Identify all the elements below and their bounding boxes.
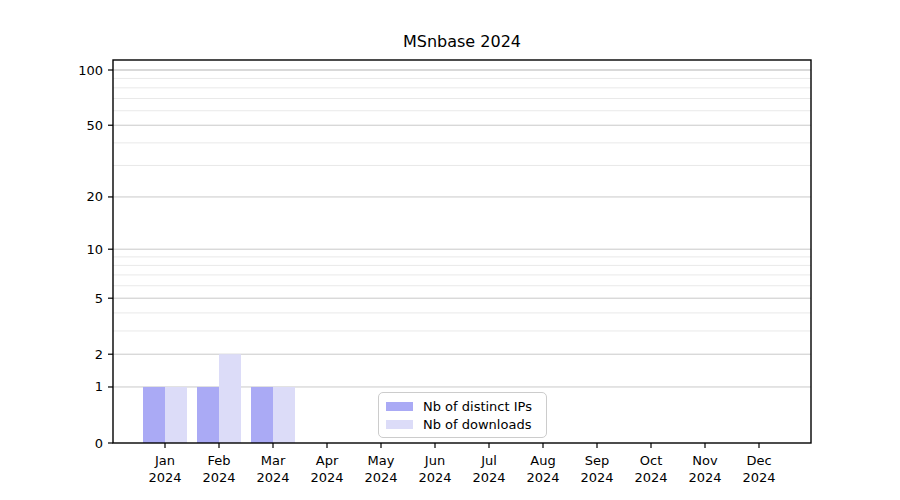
x-tick-label: Mar2024 — [256, 453, 289, 485]
y-tick-label: 2 — [95, 347, 103, 362]
legend-swatch-distinct-ips — [386, 402, 413, 411]
plot-frame — [113, 60, 811, 443]
x-tick-label: Dec2024 — [742, 453, 775, 485]
y-tick-label: 50 — [86, 118, 103, 133]
y-tick-label: 0 — [95, 436, 103, 451]
x-tick-label: Apr2024 — [310, 453, 343, 485]
x-tick-label: Aug2024 — [526, 453, 559, 485]
y-tick-label: 20 — [86, 189, 103, 204]
y-tick-label: 1 — [95, 379, 103, 394]
legend-swatch-downloads — [386, 420, 413, 429]
chart-figure: MSnbase 2024 0125102050100Jan2024Feb2024… — [0, 0, 900, 500]
bar-distinct-ips — [143, 387, 165, 443]
bar-downloads — [165, 387, 187, 443]
y-tick-label: 100 — [78, 63, 103, 78]
bar-distinct-ips — [251, 387, 273, 443]
x-tick-label: Sep2024 — [580, 453, 613, 485]
bar-downloads — [273, 387, 295, 443]
y-tick-label: 5 — [95, 291, 103, 306]
x-tick-label: Oct2024 — [634, 453, 667, 485]
x-tick-label: Jan2024 — [148, 453, 181, 485]
legend-item: Nb of downloads — [386, 415, 536, 433]
x-tick-label: Jul2024 — [472, 453, 505, 485]
legend-label: Nb of downloads — [423, 417, 531, 432]
y-tick-label: 10 — [86, 242, 103, 257]
bar-downloads — [219, 354, 241, 443]
x-tick-label: May2024 — [364, 453, 397, 485]
legend-label: Nb of distinct IPs — [423, 399, 532, 414]
x-tick-label: Nov2024 — [688, 453, 721, 485]
legend: Nb of distinct IPs Nb of downloads — [378, 392, 547, 438]
x-tick-label: Feb2024 — [202, 453, 235, 485]
bar-distinct-ips — [197, 387, 219, 443]
legend-item: Nb of distinct IPs — [386, 397, 536, 415]
x-tick-label: Jun2024 — [418, 453, 451, 485]
